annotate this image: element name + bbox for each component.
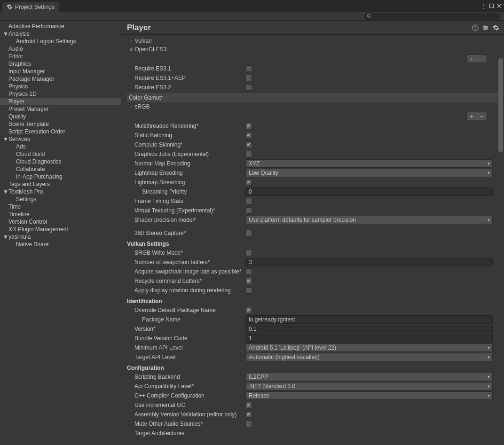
setting-label: Acquire swapchain image late as possible… [127,268,245,275]
sidebar-item[interactable]: Version Control [0,218,121,226]
sidebar-item[interactable]: In-App Purchasing [0,173,121,180]
setting-label: Compute Skinning* [127,141,245,148]
presets-icon[interactable] [482,24,489,31]
checkbox[interactable] [245,230,252,236]
text-input[interactable]: 3 [245,258,493,266]
sidebar-item[interactable]: Settings [0,195,121,203]
setting-row: Target Architectures [127,429,493,438]
checkbox[interactable] [245,402,252,408]
checkbox[interactable] [245,151,252,157]
setting-row: Assembly Version Validation (editor only… [127,410,493,419]
checkbox[interactable] [245,287,252,294]
setting-label: Recycle command buffers* [127,278,245,284]
sidebar-item[interactable]: Android Logcat Settings [0,38,121,45]
dropdown[interactable]: XYZ [245,159,493,168]
sidebar-item-label: Preset Manager [8,106,48,112]
remove-button[interactable]: − [477,55,487,63]
sidebar-item[interactable]: Tags and Layers [0,180,121,188]
dropdown[interactable]: IL2CPP [245,373,493,381]
checkbox[interactable] [245,132,252,139]
list-item[interactable]: ≡Vulkan [127,37,493,45]
sidebar-item[interactable]: Physics [0,83,121,90]
main-header: Player ? [121,21,504,35]
setting-row: Require ES3.2 [127,83,493,92]
sidebar-item-label: Time [8,203,21,210]
checkbox[interactable] [245,411,252,418]
add-button[interactable]: + [466,55,477,63]
checkbox[interactable] [245,307,252,313]
checkbox[interactable] [245,84,252,91]
sidebar-item-label: Cloud Diagnostics [16,158,62,165]
checkbox[interactable] [245,278,252,284]
setting-row: Package Nameio.getready.rgntest [127,315,493,324]
sidebar-item[interactable]: Ads [0,143,121,150]
scrollbar-thumb[interactable] [498,58,503,152]
sidebar-item[interactable]: Package Manager [0,75,121,83]
checkbox[interactable] [245,75,252,81]
dropdown[interactable]: Android 5.1 'Lollipop' (API level 22) [245,344,493,352]
sidebar-item[interactable]: ▼yasirkula [0,233,121,241]
checkbox[interactable] [245,268,252,275]
sidebar-item[interactable]: XR Plugin Management [0,226,121,233]
sidebar-item[interactable]: Preset Manager [0,105,121,113]
text-input[interactable]: 0 [245,187,493,196]
list-item[interactable]: ≡sRGB [127,102,493,111]
sidebar-item-label: Services [8,136,30,142]
sidebar-item[interactable]: Adaptive Performance [0,23,121,30]
sidebar-item[interactable]: Physics 2D [0,90,121,98]
dropdown[interactable]: Automatic (highest installed) [245,353,493,361]
maximize-icon[interactable] [488,3,495,9]
list-item[interactable]: ≡OpenGLES3 [127,45,493,54]
sidebar-item-label: TextMesh Pro [8,188,43,195]
sidebar-item[interactable]: Editor [0,53,121,60]
sidebar-item[interactable]: ▼Services [0,135,121,143]
sidebar-item-label: Timeline [8,211,30,218]
sidebar-item[interactable]: Scene Template [0,120,121,128]
setting-label: Frame Timing Stats [127,198,245,204]
svg-point-10 [484,25,486,27]
setting-label: Virtual Texturing (Experimental)* [127,207,245,214]
sidebar-item[interactable]: Cloud Build [0,150,121,158]
dropdown[interactable]: Use platform defaults for sampler precis… [245,216,493,224]
sidebar-item[interactable]: Quality [0,113,121,120]
checkbox[interactable] [245,123,252,129]
sidebar-item[interactable]: Player [0,98,121,105]
sidebar-item[interactable]: Audio [0,45,121,53]
close-icon[interactable] [496,3,502,9]
dropdown[interactable]: Release [245,391,493,400]
setting-label: Target Architectures [127,430,245,437]
checkbox[interactable] [245,65,252,72]
checkbox[interactable] [245,207,252,214]
text-input[interactable]: io.getready.rgntest [245,315,493,324]
dropdown[interactable]: Low Quality [245,169,493,177]
sidebar-item[interactable]: Native Share [0,241,121,248]
help-icon[interactable]: ? [472,24,479,31]
dropdown[interactable]: .NET Standard 2.0 [245,382,493,390]
sidebar-item[interactable]: ▼TextMesh Pro [0,188,121,195]
window-tab[interactable]: Project Settings [2,2,59,12]
text-input[interactable]: 0.1 [245,325,493,333]
sidebar-item[interactable]: Input Manager [0,68,121,75]
title-bar: Project Settings ⋮ [0,0,504,12]
chevron-down-icon: ▼ [3,31,8,37]
remove-button[interactable]: − [477,112,487,120]
sidebar-item[interactable]: Time [0,203,121,211]
sidebar-item[interactable]: Cloud Diagnostics [0,158,121,165]
sidebar-item[interactable]: ▼Analysis [0,30,121,38]
gear-icon[interactable] [493,24,499,31]
setting-label: Bundle Version Code [127,335,245,342]
add-button[interactable]: + [466,112,477,120]
checkbox[interactable] [245,198,252,204]
search-input[interactable] [364,13,500,20]
sidebar-item[interactable]: Graphics [0,60,121,68]
checkbox[interactable] [245,421,252,427]
sidebar-item-label: Tags and Layers [8,181,50,187]
sidebar-item[interactable]: Timeline [0,211,121,218]
text-input[interactable]: 1 [245,334,493,343]
checkbox[interactable] [245,141,252,148]
checkbox[interactable] [245,179,252,186]
sidebar-item[interactable]: Script Execution Order [0,128,121,135]
kebab-icon[interactable]: ⋮ [480,3,487,9]
sidebar-item[interactable]: Collaborate [0,165,121,173]
checkbox[interactable] [245,250,252,256]
